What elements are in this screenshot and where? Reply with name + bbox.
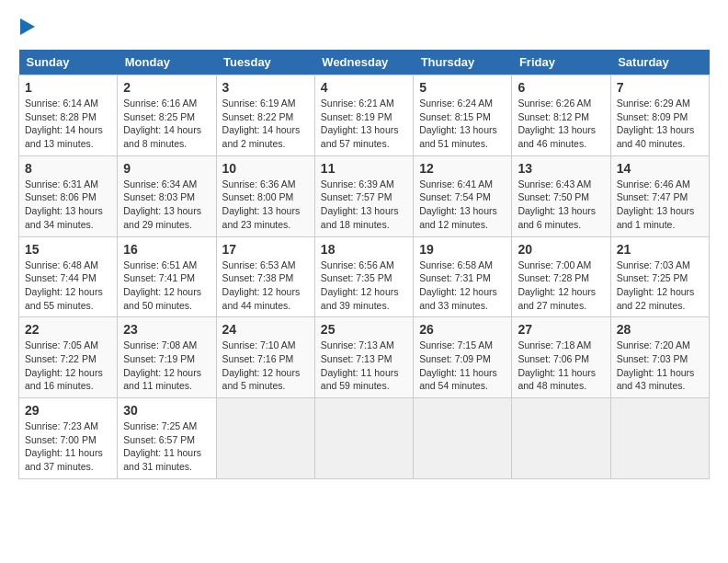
- day-number: 14: [617, 161, 703, 176]
- calendar-cell: [216, 398, 314, 479]
- day-info: Sunrise: 6:16 AMSunset: 8:25 PMDaylight:…: [123, 97, 210, 151]
- day-info: Sunrise: 7:05 AMSunset: 7:22 PMDaylight:…: [25, 339, 111, 393]
- calendar-cell: 3Sunrise: 6:19 AMSunset: 8:22 PMDaylight…: [216, 75, 314, 156]
- day-number: 8: [25, 161, 111, 176]
- day-number: 6: [518, 80, 604, 95]
- day-number: 7: [617, 80, 703, 95]
- day-number: 24: [222, 322, 309, 337]
- day-number: 30: [123, 403, 210, 418]
- day-number: 10: [222, 161, 309, 176]
- calendar-cell: 13Sunrise: 6:43 AMSunset: 7:50 PMDayligh…: [512, 155, 610, 236]
- calendar-cell: 10Sunrise: 6:36 AMSunset: 8:00 PMDayligh…: [216, 155, 314, 236]
- day-number: 18: [321, 242, 407, 257]
- day-number: 5: [419, 80, 506, 95]
- calendar-week-row: 29Sunrise: 7:23 AMSunset: 7:00 PMDayligh…: [19, 398, 710, 479]
- calendar-cell: 21Sunrise: 7:03 AMSunset: 7:25 PMDayligh…: [610, 236, 709, 317]
- day-info: Sunrise: 7:03 AMSunset: 7:25 PMDaylight:…: [617, 259, 703, 313]
- day-info: Sunrise: 6:56 AMSunset: 7:35 PMDaylight:…: [321, 259, 407, 313]
- day-info: Sunrise: 6:19 AMSunset: 8:22 PMDaylight:…: [222, 97, 309, 151]
- calendar-cell: 17Sunrise: 6:53 AMSunset: 7:38 PMDayligh…: [216, 236, 314, 317]
- day-info: Sunrise: 6:31 AMSunset: 8:06 PMDaylight:…: [25, 178, 111, 232]
- calendar-cell: 4Sunrise: 6:21 AMSunset: 8:19 PMDaylight…: [314, 75, 413, 156]
- calendar-cell: 8Sunrise: 6:31 AMSunset: 8:06 PMDaylight…: [19, 155, 118, 236]
- day-number: 1: [25, 80, 111, 95]
- day-info: Sunrise: 7:23 AMSunset: 7:00 PMDaylight:…: [25, 419, 111, 474]
- day-info: Sunrise: 6:21 AMSunset: 8:19 PMDaylight:…: [321, 97, 407, 151]
- calendar-cell: 7Sunrise: 6:29 AMSunset: 8:09 PMDaylight…: [610, 75, 709, 156]
- day-number: 4: [321, 80, 407, 95]
- calendar-week-row: 1Sunrise: 6:14 AMSunset: 8:28 PMDaylight…: [19, 75, 710, 156]
- day-number: 3: [222, 80, 309, 95]
- calendar-table: SundayMondayTuesdayWednesdayThursdayFrid…: [18, 50, 710, 479]
- day-info: Sunrise: 6:53 AMSunset: 7:38 PMDaylight:…: [222, 259, 309, 313]
- day-number: 9: [123, 161, 210, 176]
- day-number: 27: [518, 322, 604, 337]
- day-info: Sunrise: 6:43 AMSunset: 7:50 PMDaylight:…: [518, 178, 604, 232]
- day-info: Sunrise: 6:36 AMSunset: 8:00 PMDaylight:…: [222, 178, 309, 232]
- day-info: Sunrise: 6:48 AMSunset: 7:44 PMDaylight:…: [25, 259, 111, 313]
- calendar-cell: 16Sunrise: 6:51 AMSunset: 7:41 PMDayligh…: [118, 236, 216, 317]
- calendar-cell: 23Sunrise: 7:08 AMSunset: 7:19 PMDayligh…: [118, 317, 216, 398]
- day-info: Sunrise: 7:25 AMSunset: 6:57 PMDaylight:…: [123, 419, 210, 474]
- day-number: 20: [518, 242, 604, 257]
- day-info: Sunrise: 6:58 AMSunset: 7:31 PMDaylight:…: [419, 259, 506, 313]
- calendar-cell: [512, 398, 610, 479]
- day-number: 19: [419, 242, 506, 257]
- day-info: Sunrise: 6:14 AMSunset: 8:28 PMDaylight:…: [25, 97, 111, 151]
- day-info: Sunrise: 7:08 AMSunset: 7:19 PMDaylight:…: [123, 339, 210, 393]
- calendar-cell: 2Sunrise: 6:16 AMSunset: 8:25 PMDaylight…: [118, 75, 216, 156]
- day-info: Sunrise: 7:00 AMSunset: 7:28 PMDaylight:…: [518, 259, 604, 313]
- day-number: 17: [222, 242, 309, 257]
- day-number: 22: [25, 322, 111, 337]
- day-number: 2: [123, 80, 210, 95]
- page-header: [18, 18, 710, 35]
- calendar-cell: 6Sunrise: 6:26 AMSunset: 8:12 PMDaylight…: [512, 75, 610, 156]
- calendar-week-row: 8Sunrise: 6:31 AMSunset: 8:06 PMDaylight…: [19, 155, 710, 236]
- day-number: 28: [617, 322, 703, 337]
- calendar-week-row: 15Sunrise: 6:48 AMSunset: 7:44 PMDayligh…: [19, 236, 710, 317]
- calendar-cell: 12Sunrise: 6:41 AMSunset: 7:54 PMDayligh…: [414, 155, 512, 236]
- day-header-thursday: Thursday: [414, 50, 512, 75]
- day-number: 16: [123, 242, 210, 257]
- day-number: 21: [617, 242, 703, 257]
- day-info: Sunrise: 6:41 AMSunset: 7:54 PMDaylight:…: [419, 178, 506, 232]
- calendar-cell: 1Sunrise: 6:14 AMSunset: 8:28 PMDaylight…: [19, 75, 118, 156]
- day-info: Sunrise: 7:20 AMSunset: 7:03 PMDaylight:…: [617, 339, 703, 393]
- day-info: Sunrise: 7:10 AMSunset: 7:16 PMDaylight:…: [222, 339, 309, 393]
- day-number: 15: [25, 242, 111, 257]
- day-number: 13: [518, 161, 604, 176]
- logo-arrow-icon: [20, 18, 35, 35]
- calendar-cell: 26Sunrise: 7:15 AMSunset: 7:09 PMDayligh…: [414, 317, 512, 398]
- day-number: 29: [25, 403, 111, 418]
- calendar-cell: [414, 398, 512, 479]
- day-info: Sunrise: 6:51 AMSunset: 7:41 PMDaylight:…: [123, 259, 210, 313]
- calendar-cell: 18Sunrise: 6:56 AMSunset: 7:35 PMDayligh…: [314, 236, 413, 317]
- day-number: 25: [321, 322, 407, 337]
- calendar-cell: 27Sunrise: 7:18 AMSunset: 7:06 PMDayligh…: [512, 317, 610, 398]
- day-number: 12: [419, 161, 506, 176]
- calendar-week-row: 22Sunrise: 7:05 AMSunset: 7:22 PMDayligh…: [19, 317, 710, 398]
- logo: [18, 18, 35, 35]
- day-number: 26: [419, 322, 506, 337]
- calendar-cell: 25Sunrise: 7:13 AMSunset: 7:13 PMDayligh…: [314, 317, 413, 398]
- calendar-cell: 9Sunrise: 6:34 AMSunset: 8:03 PMDaylight…: [118, 155, 216, 236]
- day-info: Sunrise: 6:29 AMSunset: 8:09 PMDaylight:…: [617, 97, 703, 151]
- day-info: Sunrise: 7:13 AMSunset: 7:13 PMDaylight:…: [321, 339, 407, 393]
- day-header-tuesday: Tuesday: [216, 50, 314, 75]
- calendar-cell: 24Sunrise: 7:10 AMSunset: 7:16 PMDayligh…: [216, 317, 314, 398]
- day-number: 23: [123, 322, 210, 337]
- calendar-cell: 20Sunrise: 7:00 AMSunset: 7:28 PMDayligh…: [512, 236, 610, 317]
- day-header-saturday: Saturday: [610, 50, 709, 75]
- calendar-cell: 14Sunrise: 6:46 AMSunset: 7:47 PMDayligh…: [610, 155, 709, 236]
- day-info: Sunrise: 7:18 AMSunset: 7:06 PMDaylight:…: [518, 339, 604, 393]
- day-info: Sunrise: 6:26 AMSunset: 8:12 PMDaylight:…: [518, 97, 604, 151]
- calendar-cell: 11Sunrise: 6:39 AMSunset: 7:57 PMDayligh…: [314, 155, 413, 236]
- calendar-cell: 22Sunrise: 7:05 AMSunset: 7:22 PMDayligh…: [19, 317, 118, 398]
- calendar-cell: [610, 398, 709, 479]
- day-info: Sunrise: 7:15 AMSunset: 7:09 PMDaylight:…: [419, 339, 506, 393]
- calendar-cell: 5Sunrise: 6:24 AMSunset: 8:15 PMDaylight…: [414, 75, 512, 156]
- calendar-cell: 28Sunrise: 7:20 AMSunset: 7:03 PMDayligh…: [610, 317, 709, 398]
- calendar-cell: 15Sunrise: 6:48 AMSunset: 7:44 PMDayligh…: [19, 236, 118, 317]
- calendar-cell: 19Sunrise: 6:58 AMSunset: 7:31 PMDayligh…: [414, 236, 512, 317]
- day-header-monday: Monday: [118, 50, 216, 75]
